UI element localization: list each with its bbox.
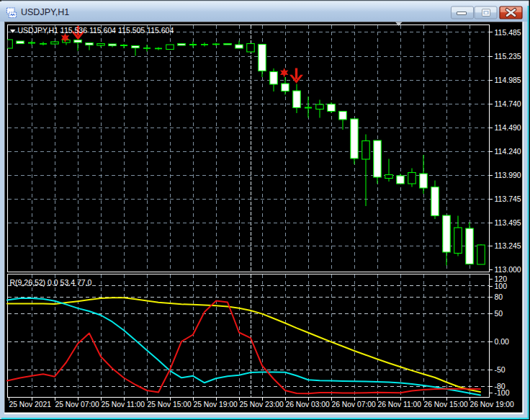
svg-text:114.985: 114.985: [495, 76, 521, 84]
svg-text:50: 50: [495, 309, 503, 318]
svg-text:113.745: 113.745: [495, 195, 521, 203]
svg-text:25 Nov 23:00: 25 Nov 23:00: [240, 401, 284, 408]
svg-text:25 Nov 07:00: 25 Nov 07:00: [55, 401, 100, 408]
svg-text:-50: -50: [495, 365, 506, 374]
svg-text:USDJPY,H1 115.536 115.604 115.: USDJPY,H1 115.536 115.604 115.505 115.60…: [18, 26, 174, 35]
svg-text:USDJPY,H1: USDJPY,H1: [21, 7, 69, 17]
svg-text:114.740: 114.740: [495, 99, 521, 108]
svg-text:113.495: 113.495: [495, 218, 521, 227]
svg-text:25 Nov 15:00: 25 Nov 15:00: [148, 401, 192, 408]
svg-text:25 Nov 11:00: 25 Nov 11:00: [102, 401, 145, 408]
svg-text:26 Nov 15:00: 26 Nov 15:00: [424, 401, 469, 408]
svg-text:100: 100: [495, 282, 508, 290]
svg-text:115.485: 115.485: [495, 28, 521, 37]
svg-text:114.240: 114.240: [495, 147, 521, 156]
svg-text:26 Nov 19:00: 26 Nov 19:00: [470, 401, 515, 408]
svg-text:0.00: 0.00: [495, 337, 510, 346]
svg-text:26 Nov 03:00: 26 Nov 03:00: [286, 401, 331, 408]
svg-text:26 Nov 07:00: 26 Nov 07:00: [332, 401, 377, 408]
svg-text:113.000: 113.000: [495, 265, 521, 274]
svg-text:115.235: 115.235: [495, 52, 521, 61]
svg-text:114.490: 114.490: [495, 123, 521, 132]
svg-text:113.245: 113.245: [495, 241, 521, 250]
svg-text:R(9,26,52) 0.0 53.4 77.0: R(9,26,52) 0.0 53.4 77.0: [10, 278, 92, 287]
svg-text:113.990: 113.990: [495, 171, 521, 179]
svg-text:80: 80: [495, 292, 503, 301]
svg-text:25 Nov 2021: 25 Nov 2021: [9, 401, 52, 408]
svg-text:-100: -100: [495, 388, 510, 397]
svg-text:26 Nov 11:00: 26 Nov 11:00: [378, 401, 422, 408]
svg-text:25 Nov 19:00: 25 Nov 19:00: [194, 401, 238, 408]
